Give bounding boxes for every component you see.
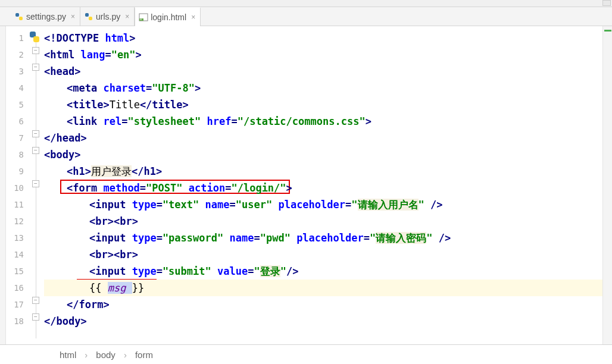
status-indicator-ok: [604, 30, 611, 32]
code-line[interactable]: <input type="text" name="user" placehold…: [44, 196, 602, 213]
breadcrumb-bar[interactable]: html › body › form: [0, 344, 612, 364]
tab-label: urls.py: [96, 12, 120, 21]
line-number[interactable]: 8: [6, 146, 27, 163]
breadcrumb-item[interactable]: body: [96, 350, 115, 360]
svg-rect-3: [89, 17, 92, 20]
code-line[interactable]: <input type="password" name="pwd" placeh…: [44, 230, 602, 246]
editor-tabs: settings.py × urls.py × H login.html ×: [0, 7, 612, 26]
breadcrumb-item[interactable]: form: [135, 350, 153, 360]
python-file-icon: [84, 12, 93, 21]
fold-toggle-icon[interactable]: −: [32, 297, 39, 304]
window-top-bar: [0, 0, 612, 7]
line-number[interactable]: 7: [6, 130, 27, 146]
code-line[interactable]: <br><br>: [44, 213, 602, 230]
line-number[interactable]: 17: [6, 296, 27, 313]
fold-gutter[interactable]: − − − − − − −: [27, 26, 44, 344]
line-number[interactable]: 13: [6, 230, 27, 246]
svg-text:H: H: [140, 18, 142, 21]
code-line[interactable]: </form>: [44, 296, 602, 313]
chevron-right-icon: ›: [124, 350, 127, 360]
tab-login-html[interactable]: H login.html ×: [135, 7, 201, 26]
svg-rect-0: [15, 13, 19, 17]
code-line[interactable]: <html lang="en">: [44, 46, 602, 63]
svg-rect-2: [85, 13, 89, 17]
code-line[interactable]: <body>: [44, 146, 602, 163]
close-icon[interactable]: ×: [71, 12, 75, 21]
line-number-gutter[interactable]: 1 2 3 4 5 6 7 8 9 10 11 12 13 14 15 16 1…: [6, 26, 27, 344]
line-number[interactable]: 3: [6, 63, 27, 80]
line-number[interactable]: 14: [6, 246, 27, 263]
line-number[interactable]: 18: [6, 313, 27, 330]
fold-toggle-icon[interactable]: −: [32, 130, 39, 137]
code-editor[interactable]: <!DOCTYPE html><html lang="en"><head><me…: [44, 26, 602, 344]
code-line[interactable]: <br><br>: [44, 246, 602, 263]
python-file-icon: [14, 12, 24, 21]
line-number[interactable]: 16: [6, 280, 27, 296]
code-line[interactable]: <title>Title</title>: [44, 96, 602, 113]
code-line[interactable]: <head>: [44, 63, 602, 80]
svg-rect-1: [19, 17, 23, 20]
code-line[interactable]: </body>: [44, 313, 602, 330]
fold-toggle-icon[interactable]: −: [32, 47, 39, 54]
error-stripe-scrollbar[interactable]: [602, 26, 612, 344]
tab-settings-py[interactable]: settings.py ×: [11, 7, 80, 26]
fold-toggle-icon[interactable]: −: [32, 180, 39, 187]
code-line[interactable]: <!DOCTYPE html>: [44, 30, 602, 46]
tab-urls-py[interactable]: urls.py ×: [80, 7, 135, 26]
file-type-indicator-icon: [27, 30, 42, 44]
line-number[interactable]: 6: [6, 113, 27, 130]
code-line[interactable]: <input type="submit" value="登录"/>: [44, 263, 602, 280]
breadcrumb-item[interactable]: html: [60, 350, 76, 360]
fold-toggle-icon[interactable]: −: [32, 147, 39, 154]
gutter-margin: [0, 26, 6, 344]
code-line[interactable]: </head>: [44, 130, 602, 146]
line-number[interactable]: 15: [6, 263, 27, 280]
code-line[interactable]: <h1>用户登录</h1>: [44, 163, 602, 180]
svg-rect-10: [33, 36, 39, 42]
tab-label: login.html: [151, 12, 186, 22]
line-number[interactable]: 4: [6, 80, 27, 96]
close-icon[interactable]: ×: [191, 13, 195, 21]
code-line[interactable]: <link rel="stylesheet" href="/static/com…: [44, 113, 602, 130]
html-file-icon: H: [139, 12, 148, 22]
tab-label: settings.py: [26, 12, 66, 21]
line-number[interactable]: 11: [6, 196, 27, 213]
line-number[interactable]: 1: [6, 30, 27, 46]
chevron-right-icon: ›: [85, 350, 88, 360]
code-line[interactable]: <meta charset="UTF-8">: [44, 80, 602, 96]
line-number[interactable]: 10: [6, 180, 27, 196]
line-number[interactable]: 9: [6, 163, 27, 180]
line-number[interactable]: 12: [6, 213, 27, 230]
fold-toggle-icon[interactable]: −: [32, 313, 39, 321]
code-line[interactable]: <form method="POST" action="/login/">: [44, 180, 602, 196]
line-number[interactable]: 2: [6, 46, 27, 63]
line-number[interactable]: 5: [6, 96, 27, 113]
code-line[interactable]: {{ msg }}: [44, 280, 602, 296]
editor-area: 1 2 3 4 5 6 7 8 9 10 11 12 13 14 15 16 1…: [0, 26, 612, 344]
fold-toggle-icon[interactable]: −: [32, 64, 39, 71]
close-icon[interactable]: ×: [125, 12, 129, 21]
corner-widget[interactable]: [602, 0, 611, 6]
